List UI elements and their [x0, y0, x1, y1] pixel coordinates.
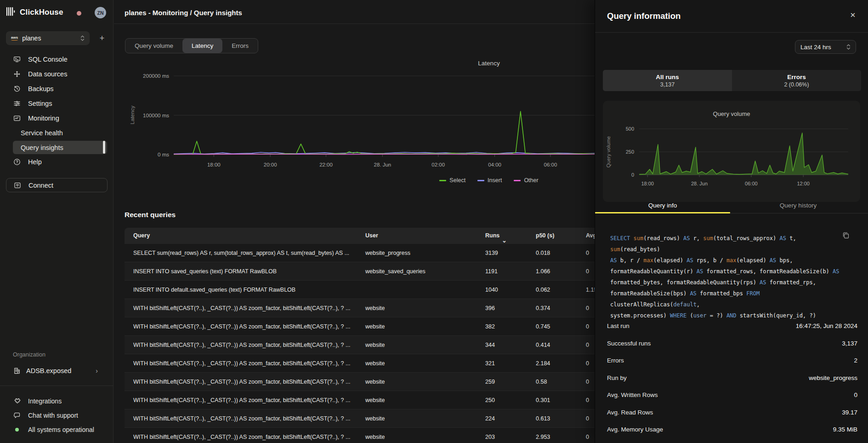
legend-swatch	[477, 180, 484, 181]
sidebar-nav: SQL ConsoleData sourcesBackupsSettingsMo…	[0, 52, 113, 169]
sidebar-item-backups[interactable]: Backups	[0, 81, 113, 96]
legend-item-other[interactable]: Other	[514, 177, 538, 184]
tab-query-history[interactable]: Query history	[731, 202, 866, 209]
cell-runs: 1191	[485, 268, 498, 275]
organization-switcher[interactable]: ADSB.exposed ›	[0, 364, 113, 377]
cell-user: website_saved_queries	[365, 268, 425, 275]
sidebar-divider	[0, 385, 113, 386]
stat-label: Run by	[607, 374, 627, 381]
svg-text:06:00: 06:00	[745, 181, 758, 186]
backups-icon	[13, 85, 21, 92]
cell-query: SELECT sum(read_rows) AS r, sum(total_ro…	[133, 250, 349, 256]
brand-title: ClickHouse	[20, 8, 63, 17]
notification-dot[interactable]	[77, 11, 81, 16]
sidebar-item-service-health[interactable]: Service health	[0, 126, 113, 140]
svg-text:18:00: 18:00	[207, 162, 221, 167]
sidebar-item-settings[interactable]: Settings	[0, 96, 113, 111]
puzzle-icon	[13, 397, 21, 405]
cell-p50-s-: 0.745	[536, 323, 550, 330]
column-header-runs[interactable]: Runs⌄	[485, 232, 499, 239]
cell-avg-: 0	[586, 360, 589, 367]
sidebar-item-data-sources[interactable]: Data sources	[0, 67, 113, 81]
cell-p50-s-: 0.301	[536, 397, 550, 403]
sidebar-item-help[interactable]: Help	[0, 155, 113, 169]
stat-row-avg-memory-usage: Avg. Memory Usage9.35 MiB	[603, 421, 861, 438]
cell-avg-: 0	[586, 397, 589, 403]
cell-runs: 344	[485, 342, 495, 348]
footer-item-chat-with-support[interactable]: Chat with support	[0, 408, 113, 422]
cell-p50-s-: 1.066	[536, 268, 550, 275]
chevron-right-icon: ›	[96, 367, 98, 374]
code-line: formatReadableQuantity(r) AS formatted_r…	[610, 266, 845, 277]
cell-avg-: 0	[586, 379, 589, 385]
sidebar-item-label: Data sources	[28, 70, 67, 78]
query-volume-card: Query volume 025050018:0028. Jun06:0012:…	[603, 101, 860, 202]
cell-query: WITH bitShiftLeft(CAST(?..), _CAST(?..))…	[133, 323, 350, 330]
cell-runs: 321	[485, 360, 495, 367]
runs-tab-errors[interactable]: Errors2 (0.06%)	[732, 70, 861, 91]
svg-text:28. Jun: 28. Jun	[691, 181, 708, 186]
stat-label: Avg. Read Rows	[607, 409, 653, 416]
cell-user: website	[365, 305, 385, 311]
runs-tab-all-runs[interactable]: All runs3,137	[603, 70, 732, 91]
sidebar-item-label: Settings	[28, 100, 52, 107]
service-selector[interactable]: aws planes	[6, 31, 90, 45]
svg-text:06:00: 06:00	[544, 162, 557, 167]
sidebar-scrollbar-thumb[interactable]	[103, 141, 105, 154]
connect-button[interactable]: Connect	[6, 178, 108, 192]
brand: ClickHouse	[6, 6, 63, 18]
add-service-button[interactable]: +	[96, 32, 108, 44]
status-dot	[15, 428, 19, 431]
cell-user: website	[365, 434, 385, 440]
tab-latency[interactable]: Latency	[182, 39, 222, 53]
stat-row-errors: Errors2	[603, 352, 861, 369]
sidebar: ClickHouse ZN aws planes + SQL ConsoleDa…	[0, 0, 113, 443]
tab-errors[interactable]: Errors	[222, 39, 258, 53]
runs-tab-count: 2 (0.06%)	[784, 81, 809, 88]
footer-item-integrations[interactable]: Integrations	[0, 394, 113, 408]
copy-icon[interactable]	[842, 231, 850, 240]
stat-row-avg-written-rows: Avg. Written Rows0	[603, 386, 861, 404]
chevron-updown-icon	[80, 35, 85, 41]
runs-tab-label: Errors	[787, 74, 806, 81]
sidebar-item-query-insights[interactable]: Query insights	[13, 141, 107, 154]
runs-tab-count: 3,137	[660, 81, 675, 88]
stat-row-run-by: Run bywebsite_progress	[603, 369, 861, 387]
tab-query-volume[interactable]: Query volume	[125, 39, 182, 53]
legend-item-insert[interactable]: Insert	[477, 177, 502, 184]
stat-row-avg-read-rows: Avg. Read Rows39.17	[603, 404, 861, 421]
service-selector-value: planes	[22, 35, 76, 42]
code-line: SELECT sum(read_rows) AS r, sum(total_ro…	[610, 233, 845, 255]
column-header-p50-s-: p50 (s)	[536, 232, 554, 239]
stat-label: Errors	[607, 357, 624, 364]
sidebar-footer: IntegrationsChat with supportAll systems…	[0, 394, 113, 437]
legend-item-select[interactable]: Select	[439, 177, 465, 184]
code-line: formatted_bytes, formatReadableQuantity(…	[610, 277, 845, 288]
runs-tab-label: All runs	[656, 74, 679, 81]
query-volume-chart[interactable]: 025050018:0028. Jun06:0012:00Query volum…	[603, 101, 860, 202]
query-information-panel: Query information ✕ Last 24 hrs All runs…	[595, 0, 868, 443]
recent-queries-title: Recent queries	[125, 211, 176, 219]
svg-text:28. Jun: 28. Jun	[374, 162, 391, 167]
time-range-select[interactable]: Last 24 hrs	[795, 40, 856, 54]
query-info-tabs: Query infoQuery history	[595, 201, 868, 213]
avatar[interactable]: ZN	[95, 7, 106, 18]
cell-runs: 203	[485, 434, 495, 440]
clickhouse-logo-icon	[6, 6, 16, 18]
cell-avg-: 0	[586, 305, 589, 311]
tab-query-info[interactable]: Query info	[595, 202, 730, 209]
panel-title: Query information	[607, 11, 681, 21]
sidebar-item-label: Backups	[28, 85, 54, 92]
cell-query: WITH bitShiftLeft(CAST(?..), _CAST(?..))…	[133, 415, 350, 422]
connect-icon	[14, 182, 21, 189]
cell-avg-: 0	[586, 268, 589, 275]
stat-value: 9.35 MiB	[833, 426, 857, 433]
cell-query: INSERT INTO saved_queries (text) FORMAT …	[133, 268, 277, 275]
close-icon[interactable]: ✕	[848, 10, 858, 20]
aws-icon: aws	[11, 35, 18, 40]
sidebar-item-sql-console[interactable]: SQL Console	[0, 52, 113, 67]
footer-item-all-systems-operational[interactable]: All systems operational	[0, 422, 113, 437]
stat-row-last-run: Last run16:47:25, Jun 28 2024	[603, 317, 861, 335]
sidebar-item-monitoring[interactable]: Monitoring	[0, 111, 113, 126]
cell-runs: 396	[485, 305, 495, 311]
